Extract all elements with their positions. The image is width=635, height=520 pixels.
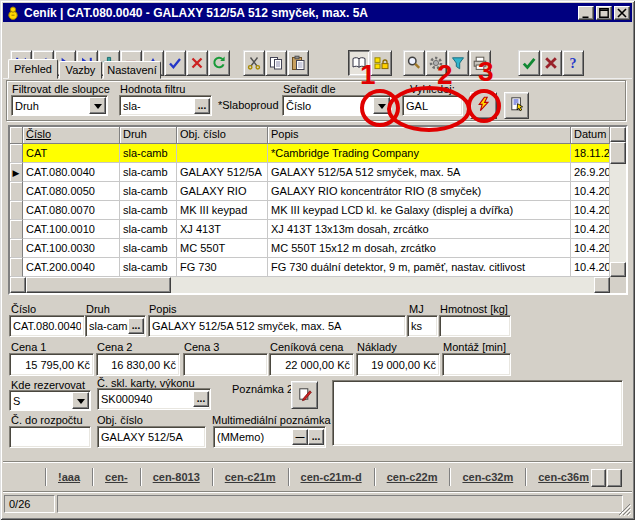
vertical-scrollbar[interactable] [610, 127, 626, 277]
cena1-field[interactable] [9, 353, 94, 376]
sort-dropdown-button[interactable] [373, 97, 390, 114]
tab-vazby[interactable]: Vazby [59, 61, 102, 79]
search-label: Vyhledej: [410, 83, 455, 95]
search-input[interactable] [402, 95, 463, 116]
table-row[interactable]: CAT.080.0050sla-cambGALAXY RIOGALAXY RIO… [10, 182, 610, 201]
grid: ČísloDruhObj. čísloPopisDatum CATsla-cam… [8, 125, 628, 295]
naklady-field[interactable] [356, 353, 440, 376]
scroll-right-button[interactable] [594, 277, 610, 293]
book-view-button[interactable] [348, 50, 370, 76]
tab-nastaveni[interactable]: Nastavení [103, 61, 161, 79]
settings-button[interactable] [425, 50, 447, 76]
grid-column-header[interactable]: Číslo [23, 127, 120, 144]
poznamka2-textarea[interactable] [332, 380, 623, 446]
skl-karty-ellipsis-button[interactable] [193, 391, 209, 407]
search-button[interactable] [403, 50, 425, 76]
kde-rezervovat-dropdown-button[interactable] [72, 392, 89, 409]
obj-cislo-field[interactable] [97, 426, 206, 448]
print-button[interactable] [469, 50, 491, 76]
cut-button[interactable] [243, 50, 265, 76]
grid-column-header[interactable]: Obj. číslo [177, 127, 268, 144]
links-scroll-right-button[interactable] [607, 469, 622, 487]
tab-prehled[interactable]: Přehled [8, 59, 58, 79]
confirm-button[interactable] [518, 50, 540, 76]
bottom-link[interactable]: cen-c32m [462, 471, 513, 483]
grid-column-header[interactable]: Datum [571, 127, 610, 144]
links-scroll-left-button[interactable] [591, 469, 606, 487]
help-icon: ? [565, 55, 581, 71]
rozpocet-field[interactable] [9, 426, 91, 448]
cislo-field[interactable] [9, 315, 85, 337]
filter-column-combo[interactable]: Druh [11, 95, 108, 116]
resize-grip[interactable] [618, 503, 631, 516]
link-separator [288, 468, 289, 486]
scroll-left-button[interactable] [10, 277, 26, 293]
cena3-field[interactable] [183, 353, 268, 376]
mj-field[interactable] [407, 315, 438, 337]
help-button[interactable]: ? [562, 50, 584, 76]
cell-druh: sla-camb [120, 163, 177, 182]
post-edit-button[interactable] [164, 50, 186, 76]
sort-combo[interactable]: Číslo [282, 95, 392, 116]
table-row[interactable]: CAT.100.0010sla-cambXJ 413TXJ 413T 13x13… [10, 220, 610, 239]
statusbar-separator-line [3, 491, 632, 493]
close-cancel-button[interactable] [540, 50, 562, 76]
reservations-lock-button[interactable] [370, 50, 392, 76]
scroll-up-button[interactable] [610, 127, 626, 142]
horizontal-scroll-thumb[interactable] [26, 277, 171, 293]
row-marker [10, 144, 23, 163]
cena2-field[interactable] [96, 353, 180, 376]
cell-cislo: CAT.080.0040 [23, 163, 120, 182]
cenikova-cena-field[interactable] [269, 353, 354, 376]
filter-button[interactable] [447, 50, 469, 76]
filter-value-field[interactable]: sla- [119, 95, 212, 116]
horizontal-scrollbar[interactable] [10, 277, 610, 293]
druh-field[interactable]: sla-camb [85, 315, 146, 337]
mmemo-clear-button[interactable] [292, 429, 308, 445]
table-row[interactable]: CAT.080.0070sla-cambMK III keypadMK III … [10, 201, 610, 220]
table-row[interactable]: CATsla-camb*Cambridge Trading Company18.… [10, 144, 610, 163]
hmotnost-field[interactable] [439, 315, 511, 337]
cell-obj [177, 144, 268, 163]
bottom-link[interactable]: cen-c36m [538, 471, 589, 483]
mmemo-field[interactable]: (MMemo) [213, 426, 326, 448]
report-button[interactable] [504, 92, 529, 119]
close-button[interactable] [614, 6, 630, 20]
toolbar-group [348, 50, 392, 76]
maximize-button[interactable] [596, 6, 612, 20]
kde-rezervovat-combo[interactable]: S [9, 390, 91, 411]
table-row[interactable]: CAT.200.0040sla-cambFG 730FG 730 duální … [10, 258, 610, 277]
scroll-down-button[interactable] [610, 262, 626, 277]
druh-ellipsis-button[interactable] [128, 318, 144, 334]
bottom-link[interactable]: !aaa [58, 471, 80, 483]
montaz-field[interactable] [442, 353, 511, 376]
bottom-link[interactable]: cen-c21m-d [301, 471, 362, 483]
cell-cislo: CAT [23, 144, 120, 163]
vertical-scroll-thumb[interactable] [610, 142, 626, 164]
filter-value-ellipsis-button[interactable] [194, 98, 210, 114]
table-row[interactable]: CAT.100.0030sla-cambMC 550TMC 550T 15x12… [10, 239, 610, 258]
refresh-button[interactable] [208, 50, 230, 76]
paste-button[interactable] [287, 50, 309, 76]
cell-obj: GALAXY RIO [177, 182, 268, 201]
filter-column-dropdown-button[interactable] [89, 97, 106, 114]
copy-button[interactable] [265, 50, 287, 76]
popis-field[interactable] [148, 315, 406, 337]
naklady-label: Náklady [357, 341, 397, 353]
minimize-button[interactable] [578, 6, 594, 20]
bottom-link[interactable]: cen-c21m [225, 471, 276, 483]
book-view-icon [351, 55, 367, 71]
execute-search-button[interactable] [470, 92, 497, 119]
skl-karty-field[interactable]: SK000940 [97, 388, 211, 410]
poznamka2-edit-button[interactable] [291, 381, 318, 409]
bottom-link[interactable]: cen-8013 [153, 471, 200, 483]
bottom-link[interactable]: cen-c22m [387, 471, 438, 483]
cell-cislo: CAT.080.0050 [23, 182, 120, 201]
bottom-link[interactable]: cen- [105, 471, 128, 483]
title-bar[interactable]: Ceník | CAT.080.0040 - GALAXY 512/5A 512… [3, 3, 632, 22]
cancel-edit-button[interactable] [186, 50, 208, 76]
grid-column-header[interactable]: Druh [120, 127, 177, 144]
grid-column-header[interactable]: Popis [268, 127, 571, 144]
table-row[interactable]: ▶CAT.080.0040sla-cambGALAXY 512/5AGALAXY… [10, 163, 610, 182]
mmemo-ellipsis-button[interactable] [308, 429, 324, 445]
